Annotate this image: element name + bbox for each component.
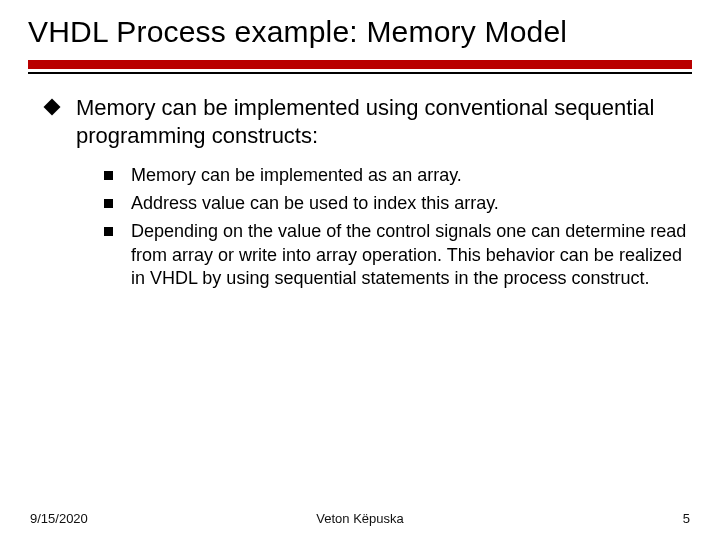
footer-author: Veton Këpuska [0, 511, 720, 526]
slide-body: Memory can be implemented using conventi… [28, 94, 692, 291]
list-item: Address value can be used to index this … [104, 192, 692, 216]
diamond-bullet-icon [46, 101, 58, 113]
list-item: Memory can be implemented using conventi… [28, 94, 692, 150]
title-rule-red [28, 60, 692, 69]
sub-point-text: Memory can be implemented as an array. [131, 164, 462, 188]
list-item: Memory can be implemented as an array. [104, 164, 692, 188]
main-point-text: Memory can be implemented using conventi… [76, 94, 692, 150]
slide-footer: 9/15/2020 Veton Këpuska 5 [0, 511, 720, 526]
square-bullet-icon [104, 199, 113, 208]
square-bullet-icon [104, 171, 113, 180]
sub-list: Memory can be implemented as an array. A… [104, 164, 692, 291]
sub-point-text: Address value can be used to index this … [131, 192, 499, 216]
footer-page-number: 5 [683, 511, 690, 526]
slide-title: VHDL Process example: Memory Model [28, 14, 692, 50]
square-bullet-icon [104, 227, 113, 236]
footer-date: 9/15/2020 [30, 511, 88, 526]
title-rule-black [28, 72, 692, 74]
list-item: Depending on the value of the control si… [104, 220, 692, 291]
sub-point-text: Depending on the value of the control si… [131, 220, 692, 291]
slide: VHDL Process example: Memory Model Memor… [0, 0, 720, 540]
